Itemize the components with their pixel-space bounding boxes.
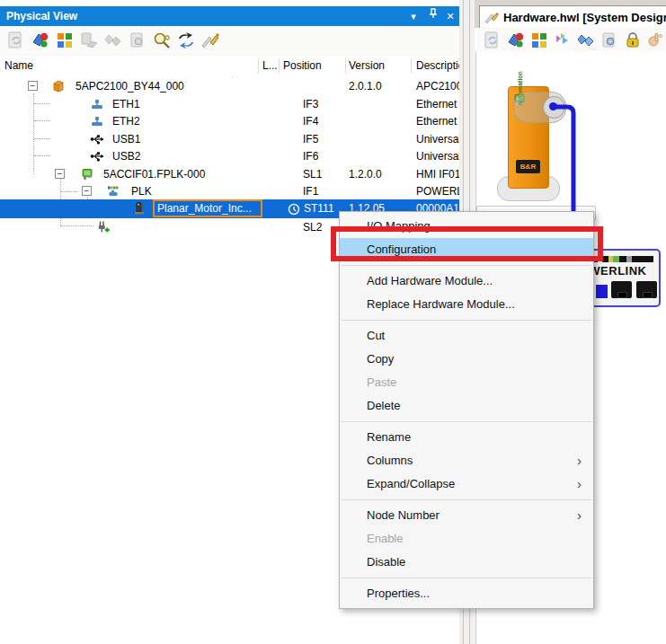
- tree-row-usb2[interactable]: USB2 IF6 Universal: [0, 147, 459, 165]
- menu-item-properties[interactable]: Properties...: [340, 582, 593, 605]
- close-icon[interactable]: ✕: [442, 6, 458, 26]
- menu-item-cut[interactable]: Cut: [340, 324, 593, 348]
- designer-tab-title: Hardware.hwl [System Designer]: [503, 6, 666, 29]
- apc-device-icon: [51, 79, 66, 93]
- settings-doc-icon[interactable]: [127, 30, 148, 51]
- menu-item-label: Cut: [367, 329, 385, 342]
- column-separator[interactable]: [279, 58, 280, 74]
- submenu-arrow-icon: ›: [577, 472, 582, 496]
- refresh-doc-icon[interactable]: [482, 30, 503, 51]
- row-position: IF6: [303, 147, 318, 165]
- refresh-doc-icon[interactable]: [5, 30, 27, 51]
- column-separator[interactable]: [258, 58, 259, 74]
- ethernet-icon: [90, 97, 104, 111]
- row-name: 5ACCIF01.FPLK-000: [103, 165, 205, 183]
- module-catalog-icon[interactable]: [528, 30, 550, 51]
- row-name: 5APC2100_BY44_000: [75, 77, 184, 95]
- tree-column-header: Name L... Position Version Descriptio: [0, 56, 459, 76]
- col-position[interactable]: Position: [283, 56, 322, 76]
- row-name: USB2: [112, 147, 140, 165]
- menu-item-disable[interactable]: Disable: [340, 551, 593, 574]
- tree-row-5apc2100[interactable]: 5APC2100_BY44_000 2.0.1.0 APC2100: [0, 77, 459, 95]
- menu-item-label: Columns: [367, 454, 413, 467]
- interface-card-icon: [80, 167, 94, 181]
- row-position: IF1: [303, 182, 318, 200]
- col-name[interactable]: Name: [4, 56, 33, 76]
- row-position: ST111: [304, 199, 334, 217]
- 3d-view-icon[interactable]: [505, 30, 527, 51]
- lock-icon[interactable]: [622, 30, 644, 51]
- powerlink-interface-icon: [107, 184, 121, 198]
- menu-item-label: Replace Hardware Module...: [367, 297, 515, 311]
- menu-separator: [342, 265, 591, 266]
- tree-row-5accif01[interactable]: 5ACCIF01.FPLK-000 SL1 1.2.0.0 HMI IF01: [0, 165, 459, 183]
- menu-separator: [342, 421, 591, 422]
- module-catalog-icon[interactable]: [54, 30, 75, 51]
- row-position: SL1: [303, 165, 322, 183]
- tree-row-usb1[interactable]: USB1 IF5 Universal: [0, 130, 459, 148]
- transfer-icon[interactable]: [552, 30, 573, 51]
- menu-item-label: Properties...: [367, 587, 430, 600]
- menu-item-rename[interactable]: Rename: [340, 426, 593, 449]
- settings-doc-icon[interactable]: [599, 30, 620, 51]
- row-position: SL2: [303, 218, 322, 236]
- expander-5accif01[interactable]: −: [55, 169, 65, 179]
- column-separator[interactable]: [345, 58, 346, 74]
- menu-item-label: Expand/Collapse: [367, 477, 455, 490]
- menu-item-copy[interactable]: Copy: [340, 348, 593, 371]
- menu-item-node-number[interactable]: Node Number›: [340, 504, 593, 527]
- usb-icon: [90, 149, 104, 163]
- menu-item-replace-hardware-module[interactable]: Replace Hardware Module...: [340, 293, 593, 316]
- expander-root[interactable]: −: [28, 81, 38, 91]
- menu-item-label: Enable: [367, 532, 403, 545]
- panel-menu-chevron-icon[interactable]: ▾: [405, 6, 422, 26]
- menu-item-label: Delete: [367, 399, 401, 412]
- row-description: POWERL: [416, 182, 459, 200]
- col-description[interactable]: Descriptio: [416, 56, 464, 76]
- design-tools-icon[interactable]: [200, 30, 221, 51]
- physical-view-titlebar: Physical View ▾ ✕: [0, 6, 459, 26]
- menu-item-expand-collapse[interactable]: Expand/Collapse›: [340, 472, 593, 496]
- 3d-view-icon[interactable]: [30, 30, 51, 51]
- compare-icon[interactable]: [102, 30, 124, 51]
- search-icon[interactable]: [151, 30, 173, 51]
- expander-plk[interactable]: −: [82, 186, 92, 196]
- rj45-port: [611, 281, 632, 298]
- row-version: 1.2.0.0: [349, 165, 382, 183]
- hand-pointer-icon[interactable]: [645, 30, 666, 51]
- row-version: 2.0.1.0: [349, 77, 382, 95]
- col-version[interactable]: Version: [349, 56, 385, 76]
- designer-tab[interactable]: Hardware.hwl [System Designer]: [479, 5, 666, 29]
- menu-item-label: Node Number: [367, 508, 440, 522]
- compare-icon[interactable]: [575, 30, 597, 51]
- menu-item-label: Disable: [367, 555, 405, 569]
- tree-row-eth2[interactable]: ETH2 IF4 Ethernet: [0, 112, 459, 130]
- tree-row-plk[interactable]: PLK IF1 POWERL: [0, 182, 459, 200]
- tree-row-eth1[interactable]: ETH1 IF3 Ethernet: [0, 95, 459, 113]
- sync-arrows-icon[interactable]: [175, 30, 197, 51]
- col-l[interactable]: L...: [262, 56, 278, 76]
- menu-item-label: Copy: [367, 352, 394, 366]
- menu-item-label: Rename: [367, 430, 411, 444]
- menu-item-add-hardware-module[interactable]: Add Hardware Module...: [340, 269, 593, 293]
- menu-item-label: Add Hardware Module...: [367, 274, 493, 287]
- menu-item-delete[interactable]: Delete: [340, 394, 593, 418]
- row-description: Universal: [416, 147, 459, 165]
- transfer-icon[interactable]: [78, 30, 100, 51]
- cable-plug: [596, 285, 608, 298]
- row-description: Ethernet: [416, 95, 457, 113]
- row-name: USB1: [112, 130, 140, 148]
- status-clock-icon: [287, 202, 301, 216]
- menu-item-columns[interactable]: Columns›: [340, 449, 593, 472]
- designer-pencil-icon: [484, 10, 499, 24]
- inline-rename-box[interactable]: Planar_Motor_Inc...: [153, 199, 262, 217]
- row-description: Ethernet: [416, 112, 457, 130]
- menu-separator: [342, 499, 591, 500]
- annotation-highlight-red-box: [331, 226, 603, 261]
- submenu-arrow-icon: ›: [577, 449, 582, 472]
- row-name: Planar_Motor_Inc...: [157, 202, 252, 215]
- row-name: ETH1: [112, 95, 140, 113]
- column-separator[interactable]: [411, 58, 412, 74]
- pin-icon[interactable]: [425, 6, 441, 26]
- row-position: IF4: [303, 112, 318, 130]
